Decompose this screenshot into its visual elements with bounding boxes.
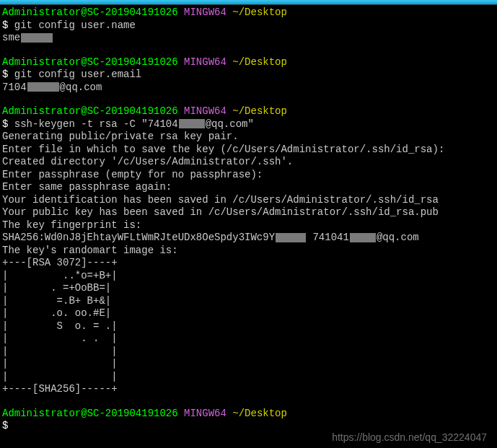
redacted-segment: [179, 119, 205, 128]
prompt-cwd: ~/Desktop: [232, 6, 287, 18]
prompt-line: Administrator@SC-201904191026 MINGW64 ~/…: [2, 105, 495, 118]
output-line: SHA256:Wd0nJ8jEhtayWFLtWmRJteUDx8OeSpdy3…: [2, 232, 495, 245]
output-line: The key's randomart image is:: [2, 245, 495, 258]
output-line: Your public key has been saved in /c/Use…: [2, 206, 495, 219]
output-line: Enter passphrase (empty for no passphras…: [2, 169, 495, 182]
randomart-line: | .o. oo.#E|: [2, 307, 495, 320]
randomart-line: | =.B+ B+&|: [2, 295, 495, 308]
redacted-segment: [350, 233, 376, 242]
output-line: Your identification has been saved in /c…: [2, 194, 495, 207]
randomart-line: | |: [2, 371, 495, 384]
prompt-user: Administrator@SC-201904191026: [2, 6, 178, 18]
output-line: sme: [2, 32, 495, 45]
output-line: Enter same passphrase again:: [2, 181, 495, 194]
randomart-line: | |: [2, 358, 495, 371]
command-line: $ git config user.name: [2, 19, 495, 32]
randomart-line: | S o. = .|: [2, 320, 495, 333]
command-text: git config user.name: [14, 19, 136, 31]
output-line: Created directory '/c/Users/Administrato…: [2, 156, 495, 169]
randomart-line: +---[RSA 3072]----+: [2, 257, 495, 270]
window-titlebar: [0, 0, 497, 5]
redacted-segment: [276, 233, 306, 242]
randomart-line: +----[SHA256]-----+: [2, 383, 495, 396]
redacted-segment: [21, 33, 53, 43]
watermark-text: https://blog.csdn.net/qq_32224047: [332, 431, 487, 444]
randomart-line: | . =+OoBB=|: [2, 282, 495, 295]
terminal-viewport[interactable]: Administrator@SC-201904191026 MINGW64 ~/…: [0, 5, 497, 434]
prompt-line: Administrator@SC-201904191026 MINGW64 ~/…: [2, 6, 495, 19]
command-line: $ git config user.email: [2, 69, 495, 82]
output-line: Enter file in which to save the key (/c/…: [2, 144, 495, 157]
output-line: Generating public/private rsa key pair.: [2, 131, 495, 144]
randomart-line: | . . |: [2, 333, 495, 346]
randomart-line: | |: [2, 346, 495, 359]
output-line: 7104@qq.com: [2, 82, 495, 95]
command-line: $ ssh-keygen -t rsa -C "74104@qq.com": [2, 118, 495, 131]
prompt-line: Administrator@SC-201904191026 MINGW64 ~/…: [2, 408, 495, 421]
output-line: The key fingerprint is:: [2, 219, 495, 232]
prompt-line: Administrator@SC-201904191026 MINGW64 ~/…: [2, 56, 495, 69]
prompt-env: MINGW64: [184, 6, 226, 18]
randomart-line: | ..*o=+B+|: [2, 270, 495, 283]
redacted-segment: [27, 82, 59, 92]
